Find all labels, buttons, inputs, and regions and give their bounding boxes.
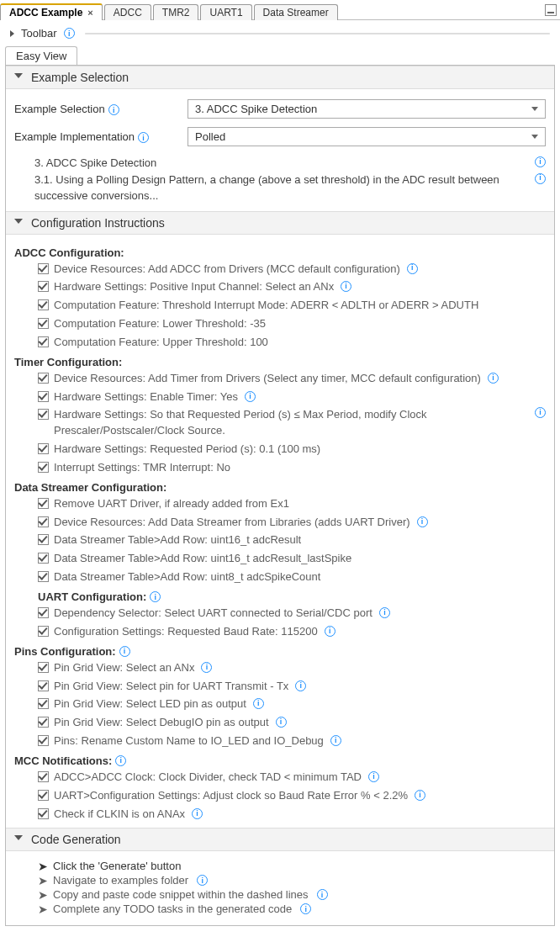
toolbar-label: Toolbar	[21, 27, 57, 40]
minimize-icon[interactable]	[545, 4, 557, 16]
checkbox[interactable]	[38, 299, 49, 310]
codegen-step: ➤Complete any TODO tasks in the generate…	[38, 903, 546, 915]
checkbox[interactable]	[38, 373, 49, 384]
checkbox[interactable]	[38, 443, 49, 454]
info-icon[interactable]	[417, 516, 428, 527]
checkbox[interactable]	[38, 626, 49, 637]
info-icon[interactable]	[245, 391, 256, 402]
checkbox[interactable]	[38, 336, 49, 347]
checkbox[interactable]	[38, 607, 49, 618]
select-value: 3. ADCC Spike Detection	[195, 103, 317, 115]
checkbox[interactable]	[38, 553, 49, 564]
info-icon[interactable]	[253, 698, 264, 709]
config-item: Pin Grid View: Select LED pin as output	[38, 696, 546, 712]
checkbox[interactable]	[38, 571, 49, 582]
main-panel: Example Selection Example Selection 3. A…	[5, 65, 555, 926]
info-icon[interactable]	[379, 607, 390, 618]
tab-uart1[interactable]: UART1	[200, 4, 251, 20]
chevron-down-icon	[14, 835, 23, 844]
desc-title: 3. ADCC Spike Detection	[34, 155, 156, 172]
tab-data-streamer[interactable]: Data Streamer	[254, 4, 338, 20]
config-item: Data Streamer Table>Add Row: uint8_t adc…	[38, 569, 546, 585]
arrow-icon: ➤	[38, 860, 48, 872]
config-item: Computation Feature: Threshold Interrupt…	[38, 298, 546, 314]
config-item: Computation Feature: Upper Threshold: 10…	[38, 335, 546, 351]
arrow-icon: ➤	[38, 889, 48, 901]
checkbox[interactable]	[38, 281, 49, 292]
checkbox[interactable]	[38, 680, 49, 691]
checkbox[interactable]	[38, 808, 49, 819]
group-timer: Timer Configuration:	[14, 356, 546, 368]
config-item: Device Resources: Add Data Streamer from…	[38, 515, 546, 531]
config-item: Hardware Settings: So that Requested Per…	[38, 407, 546, 439]
info-icon[interactable]	[150, 591, 161, 602]
info-icon[interactable]	[138, 132, 149, 143]
example-impl-label: Example Implementation	[14, 130, 182, 144]
config-item: Pin Grid View: Select an ANx	[38, 660, 546, 676]
info-icon[interactable]	[535, 156, 546, 167]
info-icon[interactable]	[330, 735, 341, 746]
checkbox[interactable]	[38, 534, 49, 545]
config-item: Data Streamer Table>Add Row: uint16_t ad…	[38, 532, 546, 548]
info-icon[interactable]	[317, 889, 328, 900]
info-icon[interactable]	[300, 903, 311, 914]
info-icon[interactable]	[115, 755, 126, 766]
checkbox[interactable]	[38, 516, 49, 527]
checkbox[interactable]	[38, 790, 49, 801]
info-icon[interactable]	[407, 263, 418, 274]
example-selection-dropdown[interactable]: 3. ADCC Spike Detection	[188, 99, 546, 119]
section-code-generation[interactable]: Code Generation	[6, 828, 554, 851]
tab-tmr2[interactable]: TMR2	[153, 4, 199, 20]
info-icon[interactable]	[535, 173, 546, 184]
config-item: Computation Feature: Lower Threshold: -3…	[38, 316, 546, 332]
checkbox[interactable]	[38, 735, 49, 746]
section-title: Code Generation	[31, 833, 121, 846]
config-item: UART>Configuration Settings: Adjust cloc…	[38, 788, 546, 804]
info-icon[interactable]	[197, 875, 208, 886]
info-icon[interactable]	[341, 281, 351, 292]
config-item: Interrupt Settings: TMR Interrupt: No	[38, 460, 546, 476]
checkbox[interactable]	[38, 662, 49, 673]
config-item: Hardware Settings: Requested Period (s):…	[38, 442, 546, 458]
info-icon[interactable]	[108, 104, 119, 115]
checkbox[interactable]	[38, 717, 49, 728]
toolbar-disclosure-icon[interactable]	[10, 30, 14, 37]
info-icon[interactable]	[415, 790, 425, 801]
chevron-down-icon	[14, 219, 23, 227]
toolbar-divider	[85, 33, 550, 34]
checkbox[interactable]	[38, 498, 49, 509]
toolbar-row: Toolbar	[0, 20, 560, 46]
tab-adcc[interactable]: ADCC	[104, 4, 151, 20]
info-icon[interactable]	[276, 717, 287, 728]
info-icon[interactable]	[325, 626, 335, 637]
checkbox[interactable]	[38, 318, 49, 329]
config-item: Hardware Settings: Positive Input Channe…	[38, 279, 546, 295]
checkbox[interactable]	[38, 462, 49, 473]
section-config-instructions[interactable]: Configuration Instructions	[6, 211, 554, 235]
info-icon[interactable]	[64, 28, 75, 39]
example-impl-dropdown[interactable]: Polled	[188, 127, 546, 146]
section-title: Example Selection	[31, 71, 129, 84]
close-icon[interactable]: ×	[87, 8, 92, 18]
info-icon[interactable]	[368, 771, 379, 782]
info-icon[interactable]	[535, 407, 546, 418]
checkbox[interactable]	[38, 263, 49, 274]
example-selection-body: Example Selection 3. ADCC Spike Detectio…	[6, 89, 554, 211]
info-icon[interactable]	[192, 808, 203, 819]
arrow-icon: ➤	[38, 875, 48, 887]
chevron-down-icon	[531, 135, 538, 139]
tab-adcc-example[interactable]: ADCC Example ×	[0, 3, 103, 20]
info-icon[interactable]	[295, 680, 306, 691]
group-adcc: ADCC Configuration:	[14, 246, 546, 259]
select-value: Polled	[195, 130, 225, 143]
config-item: Data Streamer Table>Add Row: uint16_t ad…	[38, 551, 546, 567]
info-icon[interactable]	[488, 373, 499, 384]
checkbox[interactable]	[38, 409, 49, 420]
checkbox[interactable]	[38, 771, 49, 782]
section-example-selection[interactable]: Example Selection	[6, 66, 554, 89]
info-icon[interactable]	[201, 662, 212, 673]
checkbox[interactable]	[38, 698, 49, 709]
checkbox[interactable]	[38, 391, 49, 402]
subtab-easy-view[interactable]: Easy View	[5, 46, 77, 65]
info-icon[interactable]	[119, 646, 130, 657]
